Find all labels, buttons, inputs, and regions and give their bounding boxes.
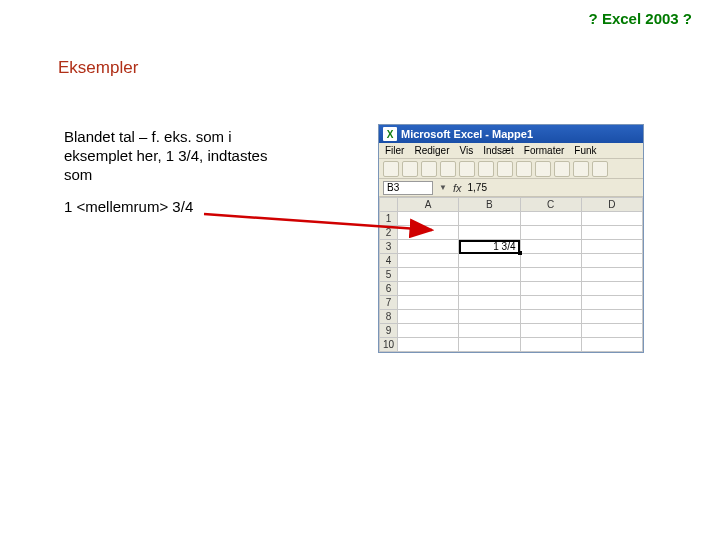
toolbar-button[interactable] <box>592 161 608 177</box>
excel-toolbar <box>379 159 643 179</box>
toolbar-button[interactable] <box>383 161 399 177</box>
name-box[interactable]: B3 <box>383 181 433 195</box>
excel-formulabar: B3 ▼ fx 1,75 <box>379 179 643 197</box>
dropdown-icon[interactable]: ▼ <box>439 183 447 192</box>
active-cell[interactable]: 1 3/4 <box>459 240 520 254</box>
body-paragraph-1: Blandet tal – f. eks. som i eksemplet he… <box>64 128 299 184</box>
toolbar-button[interactable] <box>421 161 437 177</box>
cell[interactable] <box>581 254 642 268</box>
toolbar-button[interactable] <box>573 161 589 177</box>
toolbar-button[interactable] <box>440 161 456 177</box>
cell[interactable] <box>398 240 459 254</box>
col-header-a[interactable]: A <box>398 198 459 212</box>
cell[interactable] <box>581 240 642 254</box>
fx-value: 1,75 <box>467 182 486 193</box>
cell[interactable] <box>459 254 520 268</box>
col-header-c[interactable]: C <box>520 198 581 212</box>
cell[interactable] <box>520 338 581 352</box>
col-header-b[interactable]: B <box>459 198 520 212</box>
cell[interactable] <box>459 268 520 282</box>
cell[interactable] <box>459 324 520 338</box>
cell[interactable] <box>581 282 642 296</box>
menu-filer[interactable]: Filer <box>385 145 404 156</box>
cell[interactable] <box>581 324 642 338</box>
row-header[interactable]: 8 <box>380 310 398 324</box>
menu-formater[interactable]: Formater <box>524 145 565 156</box>
row-header[interactable]: 2 <box>380 226 398 240</box>
cell[interactable] <box>581 212 642 226</box>
row-header[interactable]: 4 <box>380 254 398 268</box>
fx-label: fx <box>453 182 462 194</box>
cell[interactable] <box>520 212 581 226</box>
menu-rediger[interactable]: Rediger <box>414 145 449 156</box>
cell[interactable] <box>581 310 642 324</box>
toolbar-button[interactable] <box>459 161 475 177</box>
cell[interactable] <box>398 282 459 296</box>
excel-window: X Microsoft Excel - Mappe1 Filer Rediger… <box>378 124 644 353</box>
cell[interactable] <box>459 226 520 240</box>
cell[interactable] <box>398 254 459 268</box>
row-header[interactable]: 5 <box>380 268 398 282</box>
excel-grid: A B C D 1 2 31 3/4 4 5 6 7 8 9 10 <box>379 197 643 352</box>
cell[interactable] <box>398 212 459 226</box>
cell[interactable] <box>398 268 459 282</box>
toolbar-button[interactable] <box>516 161 532 177</box>
excel-title: Microsoft Excel - Mappe1 <box>401 128 533 140</box>
cell[interactable] <box>459 310 520 324</box>
grid-corner[interactable] <box>380 198 398 212</box>
body-copy: Blandet tal – f. eks. som i eksemplet he… <box>64 128 299 217</box>
cell[interactable] <box>398 296 459 310</box>
cell[interactable] <box>398 310 459 324</box>
col-header-d[interactable]: D <box>581 198 642 212</box>
toolbar-button[interactable] <box>402 161 418 177</box>
excel-app-icon: X <box>383 127 397 141</box>
row-header[interactable]: 10 <box>380 338 398 352</box>
menu-vis[interactable]: Vis <box>459 145 473 156</box>
menu-funk[interactable]: Funk <box>574 145 596 156</box>
cell[interactable] <box>398 226 459 240</box>
menu-indsaet[interactable]: Indsæt <box>483 145 514 156</box>
cell[interactable] <box>459 338 520 352</box>
cell[interactable] <box>459 282 520 296</box>
cell[interactable] <box>520 226 581 240</box>
row-header[interactable]: 7 <box>380 296 398 310</box>
cell[interactable] <box>581 268 642 282</box>
toolbar-button[interactable] <box>554 161 570 177</box>
cell[interactable] <box>398 338 459 352</box>
toolbar-button[interactable] <box>478 161 494 177</box>
cell[interactable] <box>581 226 642 240</box>
cell[interactable] <box>520 268 581 282</box>
toolbar-button[interactable] <box>497 161 513 177</box>
row-header[interactable]: 9 <box>380 324 398 338</box>
cell[interactable] <box>520 254 581 268</box>
cell[interactable] <box>520 324 581 338</box>
cell[interactable] <box>581 296 642 310</box>
cell[interactable] <box>581 338 642 352</box>
toolbar-button[interactable] <box>535 161 551 177</box>
page-subtitle: Eksempler <box>58 58 138 78</box>
excel-menubar: Filer Rediger Vis Indsæt Formater Funk <box>379 143 643 159</box>
row-header[interactable]: 3 <box>380 240 398 254</box>
row-header[interactable]: 6 <box>380 282 398 296</box>
row-header[interactable]: 1 <box>380 212 398 226</box>
page-header: ? Excel 2003 ? <box>589 10 692 27</box>
excel-titlebar: X Microsoft Excel - Mappe1 <box>379 125 643 143</box>
cell[interactable] <box>459 296 520 310</box>
cell[interactable] <box>459 212 520 226</box>
cell[interactable] <box>398 324 459 338</box>
cell[interactable] <box>520 240 581 254</box>
cell[interactable] <box>520 296 581 310</box>
cell[interactable] <box>520 282 581 296</box>
body-paragraph-2: 1 <mellemrum> 3/4 <box>64 198 299 217</box>
cell[interactable] <box>520 310 581 324</box>
